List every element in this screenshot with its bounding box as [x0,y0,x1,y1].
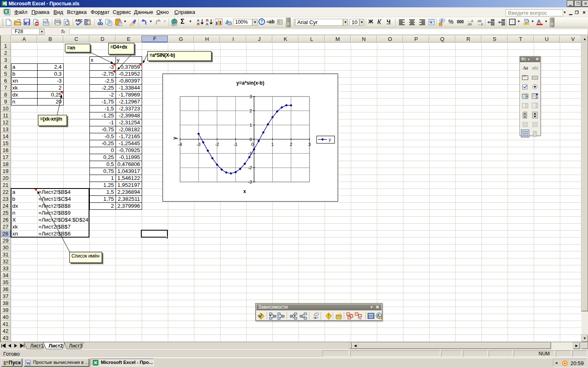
svg-text:2: 2 [249,108,252,113]
svg-text:Лист3: Лист3 [69,343,82,349]
svg-text:Р: Р [441,19,443,23]
svg-text:-: - [277,313,279,318]
svg-text:x: x [243,188,246,194]
svg-text:-3: -3 [248,180,252,184]
svg-text:!: ! [260,315,261,319]
svg-text:2: 2 [290,142,292,147]
svg-text:xyz: xyz [523,74,526,77]
svg-text:-2: -2 [215,142,219,147]
svg-text:ab|: ab| [532,65,538,70]
svg-text:Я: Я [197,22,199,26]
svg-text:0: 0 [249,137,252,142]
svg-text:!: ! [328,314,329,318]
svg-text:+: + [294,314,296,318]
svg-text:0: 0 [251,142,254,147]
svg-text:Aa: Aa [522,65,528,71]
svg-text:1: 1 [271,142,274,147]
svg-text:+: + [269,314,271,318]
svg-text:-2: -2 [248,165,252,170]
svg-text:y=a*sin(x-b): y=a*sin(x-b) [236,80,264,86]
svg-text:-1: -1 [234,142,238,147]
svg-text:a: a [430,20,432,24]
svg-text:А: А [206,22,209,26]
svg-text:3: 3 [249,94,252,99]
svg-text:→,0: →,0 [477,22,483,26]
svg-text:-3: -3 [196,142,200,147]
svg-text:1: 1 [249,123,252,128]
svg-text:W: W [26,361,31,366]
svg-text:Лист2: Лист2 [49,343,63,349]
svg-text:-4: -4 [178,142,182,147]
svg-text:3: 3 [308,142,311,147]
svg-text:?: ? [261,19,263,24]
svg-text:-: - [303,314,305,319]
svg-text:,00: ,00 [467,22,472,26]
svg-text:y: y [172,137,178,139]
svg-text:y: y [329,137,331,142]
svg-text:Лист1: Лист1 [30,343,44,349]
svg-text:А: А [537,18,541,25]
